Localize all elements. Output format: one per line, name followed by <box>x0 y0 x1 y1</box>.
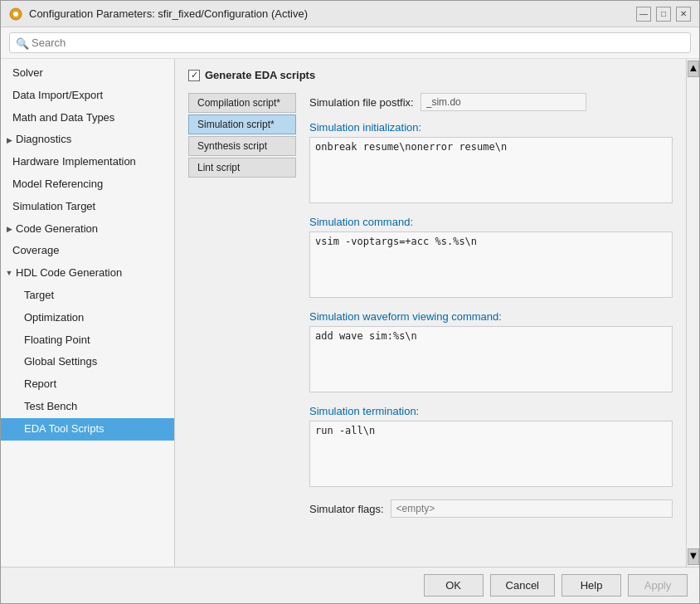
main-content: Solver Data Import/Export Math and Data … <box>1 59 699 567</box>
sidebar-item-report[interactable]: Report <box>1 373 174 396</box>
minimize-button[interactable]: — <box>636 7 651 22</box>
window-controls: — □ ✕ <box>636 7 691 22</box>
main-window: Configuration Parameters: sfir_fixed/Con… <box>0 0 700 604</box>
window-title: Configuration Parameters: sfir_fixed/Con… <box>29 7 630 20</box>
generate-label: Generate EDA scripts <box>205 69 315 81</box>
search-bar: 🔍 <box>1 27 699 59</box>
sidebar-item-math-data-types[interactable]: Math and Data Types <box>1 107 174 129</box>
tab-simulation[interactable]: Simulation script* <box>188 114 296 134</box>
scroll-down-arrow[interactable]: ▼ <box>688 548 699 565</box>
script-tabs: Compilation script* Simulation script* S… <box>188 93 296 518</box>
title-bar: Configuration Parameters: sfir_fixed/Con… <box>1 1 699 27</box>
search-icon: 🔍 <box>16 37 29 49</box>
ok-button[interactable]: OK <box>424 574 484 597</box>
close-button[interactable]: ✕ <box>676 7 691 22</box>
generate-checkbox[interactable] <box>188 70 200 81</box>
sim-init-label: Simulation initialization: <box>309 121 673 134</box>
tab-lint[interactable]: Lint script <box>188 158 296 178</box>
sim-init-textarea[interactable] <box>309 137 673 203</box>
apply-button[interactable]: Apply <box>628 574 688 597</box>
svg-point-1 <box>13 12 18 17</box>
scroll-track <box>687 79 699 547</box>
sidebar-item-test-bench[interactable]: Test Bench <box>1 396 174 418</box>
sidebar-item-simulation-target[interactable]: Simulation Target <box>1 196 174 218</box>
sim-wave-section: Simulation waveform viewing command: <box>309 310 673 395</box>
sim-init-section: Simulation initialization: <box>309 121 673 206</box>
scrollbar[interactable]: ▲ ▼ <box>686 59 699 567</box>
expand-icon-2: ▶ <box>4 224 14 234</box>
postfix-row: Simulation file postfix: <box>309 93 673 111</box>
flags-input[interactable] <box>391 499 673 518</box>
bottom-bar: OK Cancel Help Apply <box>1 567 699 603</box>
sidebar: Solver Data Import/Export Math and Data … <box>1 59 175 567</box>
sidebar-item-optimization[interactable]: Optimization <box>1 307 174 329</box>
two-col-layout: Compilation script* Simulation script* S… <box>188 93 673 518</box>
sim-wave-textarea[interactable] <box>309 326 673 392</box>
sim-wave-label: Simulation waveform viewing command: <box>309 310 673 323</box>
sidebar-item-coverage[interactable]: Coverage <box>1 240 174 262</box>
search-input[interactable] <box>9 32 691 53</box>
maximize-button[interactable]: □ <box>656 7 671 22</box>
tab-synthesis[interactable]: Synthesis script <box>188 136 296 156</box>
sidebar-item-target[interactable]: Target <box>1 285 174 307</box>
sim-term-textarea[interactable] <box>309 421 673 487</box>
sim-cmd-textarea[interactable] <box>309 231 673 298</box>
sim-term-label: Simulation termination: <box>309 405 673 417</box>
generate-row: Generate EDA scripts <box>188 69 673 81</box>
app-icon <box>9 7 22 21</box>
tab-compilation[interactable]: Compilation script* <box>188 93 296 113</box>
cancel-button[interactable]: Cancel <box>490 574 555 597</box>
sidebar-item-diagnostics[interactable]: ▶ Diagnostics <box>1 129 174 151</box>
sim-cmd-label: Simulation command: <box>309 216 673 228</box>
flags-label: Simulator flags: <box>309 503 384 515</box>
postfix-input[interactable] <box>420 93 586 111</box>
postfix-label: Simulation file postfix: <box>309 96 414 109</box>
scroll-up-arrow[interactable]: ▲ <box>688 61 699 77</box>
sidebar-item-data-import-export[interactable]: Data Import/Export <box>1 85 174 107</box>
content-scroll: Generate EDA scripts Compilation script*… <box>175 59 686 567</box>
sim-term-section: Simulation termination: <box>309 405 673 490</box>
sidebar-item-floating-point[interactable]: Floating Point <box>1 329 174 352</box>
sidebar-item-eda-tool-scripts[interactable]: EDA Tool Scripts <box>1 418 174 441</box>
expand-icon-3: ▼ <box>4 269 14 279</box>
expand-icon: ▶ <box>4 135 14 145</box>
flags-row: Simulator flags: <box>309 499 673 518</box>
content-area: Generate EDA scripts Compilation script*… <box>175 59 686 567</box>
sidebar-item-code-generation[interactable]: ▶ Code Generation <box>1 218 174 241</box>
sim-cmd-section: Simulation command: <box>309 216 673 300</box>
sidebar-item-hdl-code-generation[interactable]: ▼ HDL Code Generation <box>1 262 174 285</box>
help-button[interactable]: Help <box>561 574 621 597</box>
sidebar-item-global-settings[interactable]: Global Settings <box>1 351 174 373</box>
sidebar-item-model-referencing[interactable]: Model Referencing <box>1 173 174 196</box>
sidebar-item-solver[interactable]: Solver <box>1 62 174 85</box>
form-area: Simulation file postfix: Simulation init… <box>309 93 673 518</box>
sidebar-item-hardware-implementation[interactable]: Hardware Implementation <box>1 151 174 173</box>
